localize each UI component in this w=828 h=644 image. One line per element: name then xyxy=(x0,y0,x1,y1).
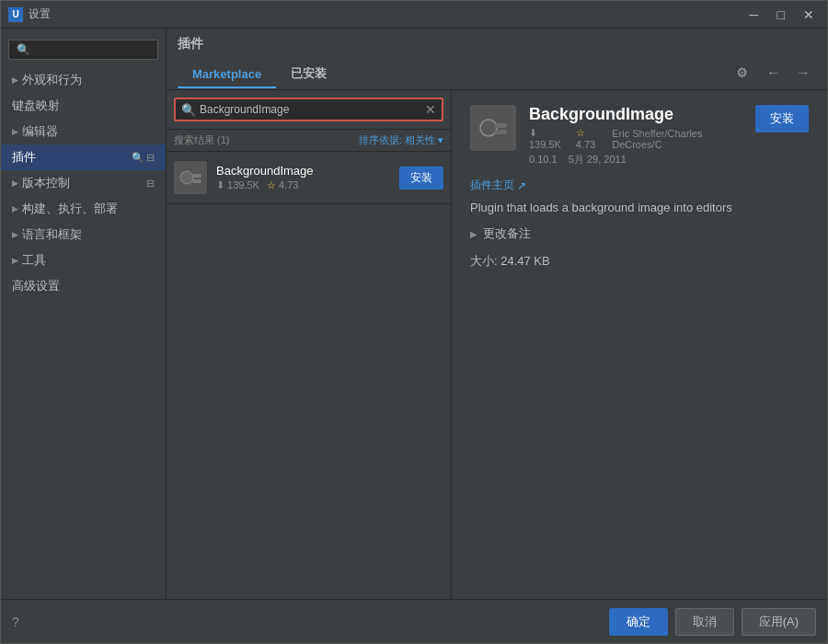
plugin-panel-header: 插件 Marketplace 已安装 ⚙ ← → xyxy=(167,29,827,90)
plugin-detail-panel: BackgroundImage ⬇ 139.5K ☆ 4.73 xyxy=(452,90,827,599)
external-link-icon: ↗ xyxy=(517,179,526,192)
plugin-entry-icon xyxy=(174,161,207,194)
sidebar-search-input[interactable] xyxy=(34,43,150,56)
sidebar-item-actions: ⊟ xyxy=(146,178,155,190)
nav-forward-button[interactable]: → xyxy=(790,63,816,83)
download-icon: ⬇ xyxy=(216,179,224,190)
plugin-detail-icon xyxy=(470,105,516,151)
sidebar-item-label: 键盘映射 xyxy=(12,98,60,114)
changelog-toggle[interactable]: ▶ 更改备注 xyxy=(470,225,809,242)
sidebar-item-advanced[interactable]: 高级设置 xyxy=(1,273,166,299)
svg-point-0 xyxy=(180,171,193,184)
search-small-icon[interactable]: 🔍 xyxy=(132,152,144,164)
downloads-count: ⬇ 139.5K xyxy=(216,179,259,191)
sidebar: 🔍 ▶ 外观和行为 键盘映射 ▶ 编辑器 插件 🔍 ⊟ xyxy=(1,29,167,599)
changelog-section: ▶ 更改备注 xyxy=(470,225,809,242)
tab-installed[interactable]: 已安装 xyxy=(276,60,341,89)
help-icon[interactable]: ? xyxy=(12,615,19,629)
tab-marketplace[interactable]: Marketplace xyxy=(178,62,276,88)
sidebar-item-tools[interactable]: ▶ 工具 xyxy=(1,247,166,273)
plugin-entry[interactable]: BackgroundImage ⬇ 139.5K ☆ 4.73 xyxy=(167,152,451,204)
rating: ☆ 4.73 xyxy=(267,179,298,191)
close-button[interactable]: ✕ xyxy=(798,6,820,24)
results-count: 搜索结果 (1) xyxy=(174,133,230,147)
titlebar: U 设置 ─ □ ✕ xyxy=(1,1,827,29)
settings-gear-icon[interactable]: ⚙ xyxy=(727,60,757,86)
titlebar-left: U 设置 xyxy=(8,6,51,22)
sidebar-item-build[interactable]: ▶ 构建、执行、部署 xyxy=(1,196,166,222)
plugin-homepage-link[interactable]: 插件主页 ↗ xyxy=(470,178,809,193)
plugin-search-bar: 🔍 ✕ xyxy=(167,90,451,130)
bottom-bar: ? 确定 取消 应用(A) xyxy=(1,599,827,643)
plugin-detail-info: BackgroundImage ⬇ 139.5K ☆ 4.73 xyxy=(529,105,742,167)
sidebar-item-editor[interactable]: ▶ 编辑器 xyxy=(1,119,166,144)
detail-downloads: ⬇ 139.5K xyxy=(529,127,569,150)
maximize-button[interactable]: □ xyxy=(772,6,790,24)
window-title: 设置 xyxy=(29,6,51,22)
star-icon: ☆ xyxy=(576,127,585,138)
detail-date: 5月 29, 2011 xyxy=(569,154,627,165)
arrow-icon: ▶ xyxy=(12,230,18,239)
sidebar-item-label: 语言和框架 xyxy=(22,226,82,243)
cancel-button[interactable]: 取消 xyxy=(675,608,734,636)
arrow-icon: ▶ xyxy=(12,127,18,136)
sidebar-item-keymap[interactable]: 键盘映射 xyxy=(1,93,166,119)
sidebar-item-version-control[interactable]: ▶ 版本控制 ⊟ xyxy=(1,170,166,196)
gear-icon[interactable]: ⊟ xyxy=(146,178,155,190)
plugin-header-title: 插件 xyxy=(178,36,203,51)
svg-rect-4 xyxy=(495,123,507,128)
plugin-detail-name: BackgroundImage xyxy=(529,105,742,124)
sidebar-item-label: 工具 xyxy=(22,252,46,269)
svg-rect-1 xyxy=(192,174,201,178)
download-icon: ⬇ xyxy=(529,127,537,138)
plugin-detail-version-row: 0.10.1 5月 29, 2011 xyxy=(529,153,742,167)
plugin-entries: BackgroundImage ⬇ 139.5K ☆ 4.73 xyxy=(167,152,451,599)
svg-rect-5 xyxy=(495,130,507,134)
plugin-main-panel: 插件 Marketplace 已安装 ⚙ ← → xyxy=(167,29,827,599)
sidebar-item-language[interactable]: ▶ 语言和框架 xyxy=(1,222,166,247)
sort-button[interactable]: 排序依据: 相关性 ▾ xyxy=(359,133,443,147)
arrow-icon: ▶ xyxy=(12,256,18,265)
search-icon: 🔍 xyxy=(17,43,30,56)
sidebar-item-appearance[interactable]: ▶ 外观和行为 xyxy=(1,67,166,93)
plugin-size: 大小: 24.47 KB xyxy=(470,253,809,270)
search-icon: 🔍 xyxy=(181,103,196,117)
sidebar-item-label: 高级设置 xyxy=(12,278,60,294)
titlebar-controls: ─ □ ✕ xyxy=(744,6,820,24)
plugin-search-input[interactable] xyxy=(200,103,421,116)
svg-point-3 xyxy=(480,120,497,136)
confirm-button[interactable]: 确定 xyxy=(609,608,668,636)
detail-version: 0.10.1 xyxy=(529,154,558,165)
plugin-search-input-wrap[interactable]: 🔍 ✕ xyxy=(174,98,443,121)
sidebar-item-label: 插件 xyxy=(12,149,36,166)
plugin-list-panel: 🔍 ✕ 搜索结果 (1) 排序依据: 相关性 ▾ xyxy=(167,90,452,599)
settings-window: U 设置 ─ □ ✕ 🔍 ▶ 外观和行为 键盘映射 ▶ xyxy=(0,0,828,644)
sidebar-item-label: 版本控制 xyxy=(22,175,70,191)
detail-rating: ☆ 4.73 xyxy=(576,127,604,150)
install-button-small[interactable]: 安装 xyxy=(399,167,443,190)
install-button-main[interactable]: 安装 xyxy=(755,105,809,132)
star-icon: ☆ xyxy=(267,179,276,190)
sidebar-item-actions: 🔍 ⊟ xyxy=(132,152,155,164)
plugin-tabs: Marketplace 已安装 ⚙ ← → xyxy=(178,52,816,89)
plugin-entry-meta: ⬇ 139.5K ☆ 4.73 xyxy=(216,179,390,191)
svg-rect-2 xyxy=(192,179,201,183)
arrow-icon: ▶ xyxy=(12,204,18,213)
sidebar-item-plugins[interactable]: 插件 🔍 ⊟ xyxy=(1,144,166,170)
plugin-list-header: 搜索结果 (1) 排序依据: 相关性 ▾ xyxy=(167,130,451,152)
nav-back-button[interactable]: ← xyxy=(761,63,787,83)
minimize-button[interactable]: ─ xyxy=(744,6,765,24)
arrow-icon: ▶ xyxy=(12,75,18,85)
plugin-entry-info: BackgroundImage ⬇ 139.5K ☆ 4.73 xyxy=(216,164,390,191)
plugin-description: Plugin that loads a background image int… xyxy=(470,201,809,214)
sidebar-item-label: 编辑器 xyxy=(22,123,58,140)
main-content: 🔍 ▶ 外观和行为 键盘映射 ▶ 编辑器 插件 🔍 ⊟ xyxy=(1,29,827,599)
detail-author: Eric Sheffer/Charles DeCroes/C xyxy=(612,128,742,150)
arrow-icon: ▶ xyxy=(12,178,18,188)
apply-button[interactable]: 应用(A) xyxy=(742,608,816,636)
sidebar-search-box[interactable]: 🔍 xyxy=(8,40,158,60)
clear-search-icon[interactable]: ✕ xyxy=(425,102,436,117)
gear-icon[interactable]: ⊟ xyxy=(146,152,155,164)
plugin-detail-header: BackgroundImage ⬇ 139.5K ☆ 4.73 xyxy=(470,105,809,167)
plugin-body: 🔍 ✕ 搜索结果 (1) 排序依据: 相关性 ▾ xyxy=(167,90,827,599)
